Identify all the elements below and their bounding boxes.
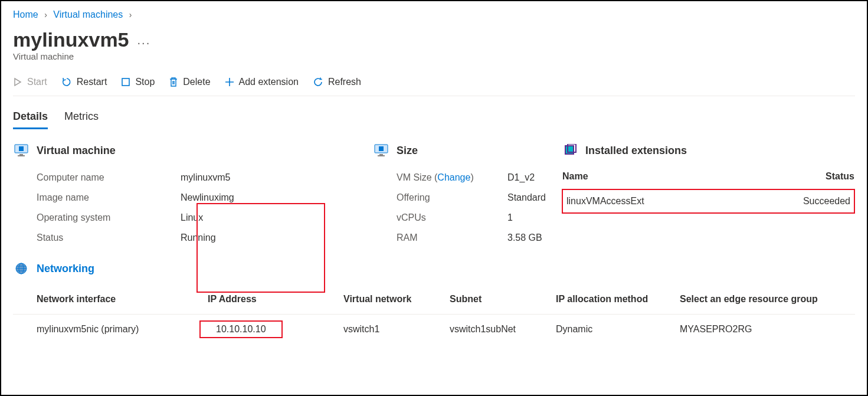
breadcrumb: Home › Virtual machines › [13, 7, 855, 25]
stop-label: Stop [135, 77, 155, 87]
net-header-ip: IP Address [208, 294, 343, 315]
net-ip-value: 10.10.10.10 [199, 320, 283, 338]
toolbar: Start Restart Stop Delete Add extension … [13, 71, 855, 96]
vm-computer-name-value: mylinuxvm5 [166, 172, 230, 183]
start-label: Start [27, 77, 47, 87]
net-subnet-value: vswitch1subNet [450, 315, 556, 345]
add-extension-button[interactable]: Add extension [225, 77, 299, 87]
size-offering-value: Standard [503, 192, 546, 203]
size-icon [373, 144, 389, 157]
delete-label: Delete [183, 77, 210, 87]
restart-label: Restart [77, 77, 107, 87]
size-offering-label: Offering [397, 192, 503, 203]
page-subtitle: Virtual machine [13, 51, 855, 61]
net-nic-value: mylinuxvm5nic (primary) [13, 315, 208, 345]
net-edge-value: MYASEPRO2RG [680, 315, 855, 345]
refresh-icon [313, 77, 323, 87]
ext-header-status: Status [740, 171, 854, 189]
breadcrumb-home[interactable]: Home [13, 9, 38, 19]
net-header-alloc: IP allocation method [556, 294, 680, 315]
ext-row-status: Succeeded [740, 189, 854, 213]
section-ext-title: Installed extensions [585, 145, 687, 157]
size-ram-value: 3.58 GB [503, 233, 542, 243]
vm-os-value: Linux [166, 212, 203, 223]
net-header-vnet: Virtual network [343, 294, 450, 315]
networking-icon [13, 262, 30, 275]
tab-details[interactable]: Details [13, 110, 48, 129]
networking-table: Network interface IP Address Virtual net… [13, 294, 855, 344]
refresh-label: Refresh [328, 77, 361, 87]
net-header-subnet: Subnet [450, 294, 556, 315]
svg-rect-7 [379, 154, 383, 155]
stop-icon [121, 77, 130, 87]
vm-status-value: Running [166, 233, 216, 243]
trash-icon [169, 77, 178, 87]
ext-row[interactable]: linuxVMAccessExt Succeeded [562, 189, 854, 213]
svg-rect-6 [379, 146, 384, 151]
size-vmsize-value: D1_v2 [503, 172, 535, 183]
vm-os-label: Operating system [37, 212, 166, 223]
size-ram-label: RAM [397, 233, 503, 243]
restart-button[interactable]: Restart [61, 77, 107, 87]
tab-metrics[interactable]: Metrics [64, 110, 99, 129]
play-icon [13, 77, 22, 87]
vm-icon [13, 144, 30, 157]
net-header-edge: Select an edge resource group [680, 294, 855, 315]
net-ip-cell: 10.10.10.10 [208, 315, 343, 345]
vm-image-name-value: Newlinuximg [166, 192, 234, 203]
net-header-nic: Network interface [13, 294, 208, 315]
ext-header-name: Name [562, 171, 740, 189]
svg-rect-4 [18, 155, 25, 156]
refresh-button[interactable]: Refresh [313, 77, 361, 87]
ext-row-name: linuxVMAccessExt [562, 189, 740, 213]
chevron-right-icon: › [129, 10, 132, 19]
start-button: Start [13, 77, 47, 87]
svg-rect-0 [122, 78, 129, 86]
svg-rect-3 [19, 154, 23, 155]
page-title: mylinuxvm5 [13, 28, 129, 51]
net-row[interactable]: mylinuxvm5nic (primary) 10.10.10.10 vswi… [13, 315, 855, 345]
delete-button[interactable]: Delete [169, 77, 210, 87]
restart-icon [61, 77, 72, 87]
net-alloc-value: Dynamic [556, 315, 680, 345]
plus-icon [225, 77, 234, 87]
svg-rect-2 [19, 146, 24, 151]
net-vnet-value: vswitch1 [343, 315, 450, 345]
breadcrumb-vms[interactable]: Virtual machines [53, 9, 123, 19]
more-actions-button[interactable]: ··· [137, 36, 151, 50]
section-vm-title: Virtual machine [37, 145, 116, 157]
size-vmsize-label: VM Size (Change) [397, 172, 503, 183]
size-change-link[interactable]: Change [437, 172, 470, 182]
size-vcpus-value: 1 [503, 212, 513, 223]
vm-status-label: Status [37, 233, 166, 243]
stop-button[interactable]: Stop [121, 77, 155, 87]
chevron-right-icon: › [44, 10, 47, 19]
section-size-title: Size [397, 145, 418, 157]
vm-computer-name-label: Computer name [37, 172, 166, 183]
tabs: Details Metrics [13, 110, 855, 129]
size-vcpus-label: vCPUs [397, 212, 503, 223]
extensions-icon [562, 144, 578, 157]
svg-rect-8 [378, 155, 385, 156]
vm-image-name-label: Image name [37, 192, 166, 203]
add-extension-label: Add extension [239, 77, 299, 87]
networking-link[interactable]: Networking [37, 263, 94, 275]
